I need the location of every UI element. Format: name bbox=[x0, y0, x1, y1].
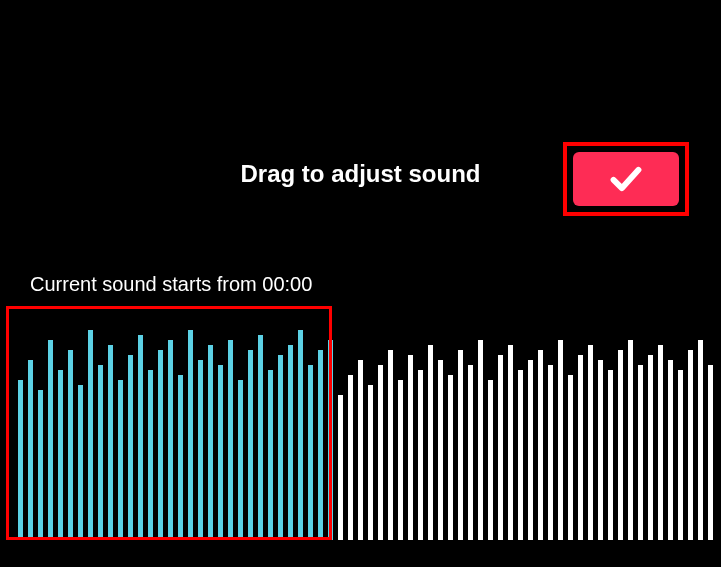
waveform-bar bbox=[258, 335, 263, 540]
waveform-bar bbox=[288, 345, 293, 540]
waveform-bar bbox=[98, 365, 103, 540]
waveform-bar bbox=[658, 345, 663, 540]
page-title: Drag to adjust sound bbox=[241, 160, 481, 188]
waveform-bar bbox=[138, 335, 143, 540]
waveform-bar bbox=[368, 385, 373, 540]
sound-start-time: 00:00 bbox=[262, 273, 312, 295]
waveform-bar bbox=[318, 350, 323, 540]
waveform-bar bbox=[248, 350, 253, 540]
waveform-bar bbox=[468, 365, 473, 540]
sound-start-label: Current sound starts from 00:00 bbox=[30, 273, 312, 296]
waveform-bar bbox=[528, 360, 533, 540]
waveform-bar bbox=[438, 360, 443, 540]
waveform-bar bbox=[508, 345, 513, 540]
waveform-bar bbox=[38, 390, 43, 540]
waveform-bar bbox=[428, 345, 433, 540]
waveform-bar bbox=[298, 330, 303, 540]
waveform-bar bbox=[408, 355, 413, 540]
waveform-bar bbox=[378, 365, 383, 540]
waveform-bar bbox=[618, 350, 623, 540]
waveform-bar bbox=[268, 370, 273, 540]
waveform-bar bbox=[688, 350, 693, 540]
waveform-bar bbox=[638, 365, 643, 540]
waveform-bar bbox=[448, 375, 453, 540]
waveform-bar bbox=[628, 340, 633, 540]
waveform-bar bbox=[558, 340, 563, 540]
waveform-bar bbox=[498, 355, 503, 540]
waveform-bar bbox=[568, 375, 573, 540]
waveform-bar bbox=[338, 395, 343, 540]
waveform-bar bbox=[648, 355, 653, 540]
waveform-bar bbox=[148, 370, 153, 540]
waveform-bar bbox=[118, 380, 123, 540]
waveform-bar bbox=[218, 365, 223, 540]
waveform-bar bbox=[58, 370, 63, 540]
waveform-bar bbox=[88, 330, 93, 540]
waveform-container[interactable] bbox=[10, 312, 721, 540]
waveform-bar bbox=[398, 380, 403, 540]
waveform-bar bbox=[598, 360, 603, 540]
waveform-bar bbox=[328, 340, 333, 540]
waveform-bar bbox=[198, 360, 203, 540]
waveform-bar bbox=[208, 345, 213, 540]
waveform-bar bbox=[278, 355, 283, 540]
check-icon bbox=[606, 159, 646, 199]
waveform-bar bbox=[418, 370, 423, 540]
waveform-bar bbox=[128, 355, 133, 540]
waveform-bar bbox=[518, 370, 523, 540]
waveform-bar bbox=[178, 375, 183, 540]
waveform-bar bbox=[578, 355, 583, 540]
waveform-bar bbox=[488, 380, 493, 540]
waveform-bar bbox=[668, 360, 673, 540]
waveform-bar bbox=[348, 375, 353, 540]
waveform-bar bbox=[388, 350, 393, 540]
waveform-bar bbox=[108, 345, 113, 540]
waveform-bar bbox=[358, 360, 363, 540]
waveform-bar bbox=[228, 340, 233, 540]
confirm-button-highlight bbox=[563, 142, 689, 216]
waveform-bar bbox=[588, 345, 593, 540]
waveform-bar bbox=[708, 365, 713, 540]
waveform-bar bbox=[168, 340, 173, 540]
waveform-bar bbox=[678, 370, 683, 540]
sound-start-prefix: Current sound starts from bbox=[30, 273, 262, 295]
waveform-bar bbox=[608, 370, 613, 540]
waveform-bar bbox=[238, 380, 243, 540]
waveform-bar bbox=[548, 365, 553, 540]
waveform-bar bbox=[188, 330, 193, 540]
waveform-bar bbox=[48, 340, 53, 540]
waveform-bar bbox=[458, 350, 463, 540]
waveform-bar bbox=[18, 380, 23, 540]
waveform-bar bbox=[158, 350, 163, 540]
confirm-button[interactable] bbox=[573, 152, 679, 206]
waveform-bar bbox=[538, 350, 543, 540]
waveform-bar bbox=[478, 340, 483, 540]
waveform[interactable] bbox=[10, 312, 721, 540]
waveform-bar bbox=[68, 350, 73, 540]
waveform-bar bbox=[28, 360, 33, 540]
waveform-bar bbox=[698, 340, 703, 540]
waveform-bar bbox=[78, 385, 83, 540]
waveform-bar bbox=[308, 365, 313, 540]
